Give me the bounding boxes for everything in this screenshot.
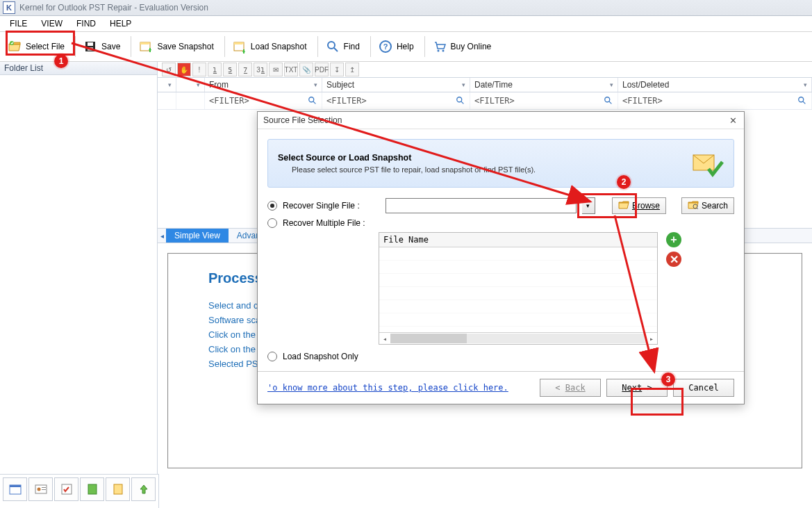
filter-datetime[interactable]: <FILTER> xyxy=(470,92,618,109)
help-link[interactable]: 'o know more about this step, please cli… xyxy=(267,383,508,393)
cart-icon xyxy=(433,40,447,54)
remove-file-button[interactable]: ✕ xyxy=(666,252,681,267)
filter-from[interactable]: <FILTER> xyxy=(205,92,322,109)
mini-import-icon[interactable]: ↧ xyxy=(330,63,344,76)
folder-list-body xyxy=(0,75,157,478)
file-list[interactable]: File Name ◂ ▸ xyxy=(379,232,658,345)
search-icon xyxy=(308,96,317,106)
radio-recover-multiple[interactable] xyxy=(267,218,277,228)
col-subject[interactable]: Subject▾ xyxy=(322,78,470,92)
svg-rect-22 xyxy=(88,484,97,494)
tab-scroll-left[interactable]: ◂ xyxy=(158,229,166,243)
scroll-right-icon[interactable]: ▸ xyxy=(646,335,657,343)
menu-file[interactable]: FILE xyxy=(4,17,33,30)
notes-icon[interactable] xyxy=(80,477,104,501)
svg-point-13 xyxy=(605,97,610,102)
col-selector-b[interactable]: ▾ xyxy=(176,78,205,92)
back-button[interactable]: < Back xyxy=(540,379,601,397)
close-icon[interactable]: ✕ xyxy=(727,115,738,126)
svg-rect-2 xyxy=(88,42,93,46)
callout-2: 2 xyxy=(617,175,631,189)
mini-day7-icon[interactable]: 7̲ xyxy=(238,63,252,76)
title-bar: K Kernel for Outlook PST Repair - Evalua… xyxy=(0,0,812,16)
col-lost-deleted[interactable]: Lost/Deleted▾ xyxy=(618,78,812,92)
help-button[interactable]: ? Help xyxy=(374,36,422,57)
help-label: Help xyxy=(397,42,414,51)
save-label: Save xyxy=(101,42,120,51)
svg-point-9 xyxy=(437,50,439,52)
window-title: Kernel for Outlook PST Repair - Evaluati… xyxy=(19,3,208,13)
load-snapshot-icon xyxy=(233,40,247,54)
toolbar: Select File Save Save Snapshot Load Snap… xyxy=(0,32,812,62)
mini-toolbar: ↺ ✋ ! 1̲ 5̲ 7̲ 31̲ ✉ TXT 📎 PDF ↧ ↥ xyxy=(158,62,812,78)
menu-bar: FILE VIEW FIND HELP xyxy=(0,16,812,32)
scroll-left-icon[interactable]: ◂ xyxy=(379,335,390,343)
contact-icon[interactable] xyxy=(28,477,53,501)
cancel-button[interactable]: Cancel xyxy=(673,379,734,397)
tab-simple-view[interactable]: Simple View xyxy=(166,229,229,243)
svg-point-11 xyxy=(309,97,314,102)
mini-pdf-icon[interactable]: PDF xyxy=(315,63,329,76)
journal-icon[interactable] xyxy=(106,477,130,501)
add-file-button[interactable]: + xyxy=(666,232,681,247)
load-snapshot-label: Load Snapshot Only xyxy=(283,352,358,361)
next-button[interactable]: Next > xyxy=(606,379,668,397)
folder-list-panel: Folder List xyxy=(0,62,158,478)
mini-day31-icon[interactable]: 31̲ xyxy=(254,63,267,76)
find-button[interactable]: Find xyxy=(321,36,367,57)
dialog-title-bar: Source File Selection ✕ xyxy=(258,112,744,129)
find-icon xyxy=(326,40,340,54)
up-arrow-icon[interactable] xyxy=(131,477,156,501)
folder-search-icon xyxy=(688,199,699,213)
save-icon xyxy=(83,40,97,54)
radio-load-snapshot[interactable] xyxy=(267,352,277,361)
svg-rect-20 xyxy=(42,489,46,490)
search-button[interactable]: Search xyxy=(681,197,734,214)
col-from[interactable]: From▾ xyxy=(205,78,322,92)
filter-lost[interactable]: <FILTER> xyxy=(618,92,812,109)
app-icon: K xyxy=(3,1,15,14)
mini-day1-icon[interactable]: 1̲ xyxy=(208,63,222,76)
mini-attach-icon[interactable]: 📎 xyxy=(299,63,313,76)
help-icon: ? xyxy=(379,40,392,54)
buy-online-button[interactable]: Buy Online xyxy=(428,36,499,57)
file-list-scrollbar[interactable]: ◂ ▸ xyxy=(379,332,657,344)
source-path-input[interactable] xyxy=(386,198,577,213)
calendar-icon[interactable] xyxy=(3,477,27,501)
filter-subject[interactable]: <FILTER> xyxy=(322,92,470,109)
load-snapshot-button[interactable]: Load Snapshot xyxy=(228,36,315,57)
svg-point-18 xyxy=(37,488,40,491)
col-selector-a[interactable]: ▾ xyxy=(158,78,176,92)
file-list-header: File Name xyxy=(379,233,657,247)
task-icon[interactable] xyxy=(54,477,78,501)
dialog-title: Source File Selection xyxy=(263,115,342,125)
mini-txt-icon[interactable]: TXT xyxy=(284,63,298,76)
menu-view[interactable]: VIEW xyxy=(35,17,68,30)
browse-button[interactable]: Browse xyxy=(612,197,666,214)
folder-open-icon xyxy=(8,40,22,54)
mini-mail-icon[interactable]: ✉ xyxy=(269,63,283,76)
mini-stop-icon[interactable]: ✋ xyxy=(177,63,191,76)
col-datetime[interactable]: Date/Time▾ xyxy=(470,78,618,92)
save-snapshot-icon xyxy=(139,40,153,54)
folder-icon xyxy=(618,199,629,213)
save-snapshot-button[interactable]: Save Snapshot xyxy=(134,36,221,57)
find-label: Find xyxy=(344,42,360,51)
callout-1: 1 xyxy=(54,54,68,68)
info-description: Please select source PST file to repair,… xyxy=(292,165,683,174)
source-path-dropdown[interactable]: ▾ xyxy=(582,197,595,214)
mini-day5-icon[interactable]: 5̲ xyxy=(223,63,237,76)
envelope-check-icon xyxy=(690,147,724,180)
mini-flag-icon[interactable]: ! xyxy=(192,63,206,76)
menu-find[interactable]: FIND xyxy=(71,17,101,30)
load-snapshot-label: Load Snapshot xyxy=(251,42,307,51)
save-button[interactable]: Save xyxy=(78,36,128,57)
radio-recover-single[interactable] xyxy=(267,201,277,211)
menu-help[interactable]: HELP xyxy=(104,17,137,30)
search-icon xyxy=(456,96,465,106)
mini-export-icon[interactable]: ↥ xyxy=(345,63,359,76)
buy-online-label: Buy Online xyxy=(451,42,492,51)
svg-rect-23 xyxy=(114,484,122,494)
mini-refresh-icon[interactable]: ↺ xyxy=(162,63,176,76)
svg-rect-3 xyxy=(88,47,93,51)
